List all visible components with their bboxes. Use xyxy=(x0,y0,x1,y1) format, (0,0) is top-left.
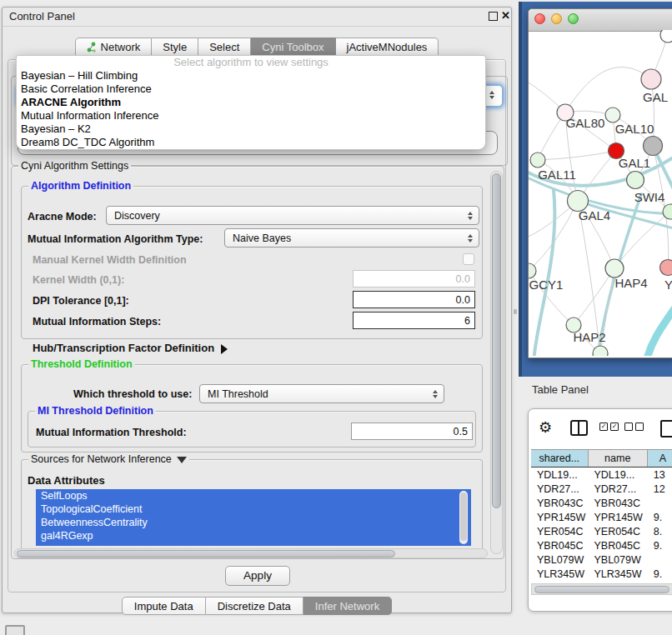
bottom-tab-infer-network[interactable]: Infer Network xyxy=(303,597,392,615)
sources-group-title[interactable]: Sources for Network Inference xyxy=(28,453,189,466)
select-all-checkboxes-icon[interactable]: ✓✓ xyxy=(599,422,619,431)
tab-network[interactable]: Network xyxy=(75,38,153,56)
control-panel-titlebar[interactable]: Control Panel ✕ xyxy=(3,8,511,27)
network-node[interactable] xyxy=(660,30,672,42)
network-node-gcy1[interactable] xyxy=(529,263,536,278)
table-row[interactable]: YPR145WYPR145W9. xyxy=(531,511,672,525)
algorithm-option[interactable]: Bayesian – K2 xyxy=(17,122,485,136)
network-node[interactable] xyxy=(644,137,663,156)
tab-cyni-toolbox[interactable]: Cyni Toolbox xyxy=(251,38,335,56)
table-row[interactable]: YBL079WYBL079W xyxy=(531,553,672,568)
combo-spinner-icon xyxy=(430,390,440,398)
network-node-gal10[interactable] xyxy=(605,108,620,122)
attribute-item[interactable]: BetweennessCentrality xyxy=(36,516,471,529)
column-header-name[interactable]: name xyxy=(589,450,648,467)
table-rows: YDL19...YDL19...13YDR27...YDR27...12YBR0… xyxy=(531,468,672,584)
dpi-tolerance-label: DPI Tolerance [0,1]: xyxy=(33,295,129,307)
table-cell: YLR345W xyxy=(588,568,647,582)
table-row[interactable]: YBR045CYBR045C9. xyxy=(531,539,672,553)
gear-icon[interactable]: ⚙ xyxy=(539,420,552,435)
table-cell: 9. xyxy=(648,568,672,582)
network-node-hap4[interactable] xyxy=(605,259,624,278)
zoom-traffic-light[interactable] xyxy=(568,13,579,24)
combo-spinner-icon xyxy=(465,212,475,220)
function-builder-icon[interactable] xyxy=(660,420,672,438)
table-cell: YBL079W xyxy=(588,553,647,568)
table-cell: YDR27... xyxy=(531,482,588,497)
minimize-traffic-light[interactable] xyxy=(551,13,562,24)
network-node-gal11[interactable] xyxy=(530,152,545,168)
dpi-tolerance-input[interactable]: 0.0 xyxy=(353,291,475,308)
bottom-tab-impute-data[interactable]: Impute Data xyxy=(122,597,206,615)
table-cell: 12 xyxy=(648,482,672,497)
attributes-list-scrollbar[interactable] xyxy=(459,491,468,544)
network-node-label: SWI4 xyxy=(634,190,665,204)
table-cell: YDL19... xyxy=(588,468,647,482)
table-row[interactable]: YDL19...YDL19...13 xyxy=(531,468,672,482)
network-node[interactable] xyxy=(593,346,608,356)
panel-splitter-handle[interactable] xyxy=(514,309,517,314)
network-canvas[interactable]: GALGAL80GAL10GAL1GAL11SWI4GAL4GCY1HAP4YH… xyxy=(529,30,672,356)
table-cell: YDL19... xyxy=(531,468,588,482)
algorithm-option[interactable]: Dream8 DC_TDC Algorithm xyxy=(17,136,485,149)
algorithm-option[interactable]: ARACNE Algorithm xyxy=(17,96,485,109)
mi-algorithm-type-select[interactable]: Naive Bayes xyxy=(224,228,479,248)
float-window-icon[interactable] xyxy=(489,12,498,21)
tab-label: jActiveMNodules xyxy=(347,41,428,53)
settings-vertical-scrollbar[interactable] xyxy=(490,171,503,554)
kernel-width-input[interactable]: 0.0 xyxy=(353,270,475,288)
table-row[interactable]: YLR345WYLR345W9. xyxy=(531,568,672,582)
data-attributes-list[interactable]: SelfLoopsTopologicalCoefficientBetweenne… xyxy=(36,489,471,546)
which-threshold-select[interactable]: MI Threshold xyxy=(199,384,444,403)
network-node-swi4[interactable] xyxy=(627,172,644,189)
close-icon[interactable]: ✕ xyxy=(501,9,510,22)
aracne-mode-select[interactable]: Discovery xyxy=(106,206,479,225)
table-horizontal-scrollbar[interactable] xyxy=(531,583,672,595)
tab-style[interactable]: Style xyxy=(152,38,198,56)
network-node-label: GAL80 xyxy=(566,116,605,130)
network-node-gal[interactable] xyxy=(641,69,661,89)
hub-definition-toggle[interactable]: Hub/Transcription Factor Definition xyxy=(33,342,228,354)
attribute-item[interactable]: gal4RGexp xyxy=(36,529,471,542)
table-cell: YBR043C xyxy=(531,497,588,511)
manual-kernel-width-checkbox[interactable] xyxy=(463,253,474,265)
settings-horizontal-scrollbar[interactable] xyxy=(14,548,488,558)
algorithm-option[interactable]: Bayesian – Hill Climbing xyxy=(17,69,485,82)
data-attributes-label: Data Attributes xyxy=(28,474,105,487)
network-window-titlebar[interactable] xyxy=(529,9,672,32)
table-cell xyxy=(648,553,672,568)
table-row[interactable]: YDR27...YDR27...12 xyxy=(531,482,672,497)
columns-icon[interactable] xyxy=(570,420,588,436)
network-node-y[interactable] xyxy=(660,260,672,276)
table-cell: YBR045C xyxy=(588,539,647,553)
attribute-item[interactable]: SelfLoops xyxy=(36,489,471,502)
network-node-label: GAL1 xyxy=(619,156,650,170)
mi-steps-label: Mutual Information Steps: xyxy=(33,316,161,328)
collapsed-panel-icon[interactable] xyxy=(5,625,25,635)
mi-steps-input[interactable]: 6 xyxy=(353,312,475,329)
bottom-tab-discretize-data[interactable]: Discretize Data xyxy=(206,597,303,615)
network-node-label: GAL10 xyxy=(615,122,654,136)
network-node-label: HAP2 xyxy=(573,330,605,344)
algorithm-option[interactable]: Mutual Information Inference xyxy=(17,109,485,122)
tab-label: Network xyxy=(101,41,141,53)
mi-threshold-input[interactable]: 0.5 xyxy=(351,422,473,440)
column-header-shared...[interactable]: shared... xyxy=(531,450,589,467)
deselect-all-checkboxes-icon[interactable] xyxy=(624,422,644,431)
attribute-item[interactable]: TopologicalCoefficient xyxy=(36,502,471,516)
table-row[interactable]: YBR043CYBR043C xyxy=(531,497,672,511)
tab-label: Style xyxy=(163,41,187,53)
tab-jactivemnodules[interactable]: jActiveMNodules xyxy=(336,38,439,56)
network-node-label: GCY1 xyxy=(529,278,564,292)
table-cell: YDR27... xyxy=(588,482,647,497)
algorithm-option[interactable]: Basic Correlation Inference xyxy=(17,82,485,96)
apply-button[interactable]: Apply xyxy=(225,566,290,586)
table-row[interactable]: YER054CYER054C8. xyxy=(531,525,672,539)
tab-select[interactable]: Select xyxy=(198,38,251,56)
column-header-A[interactable]: A xyxy=(648,450,672,467)
network-node-label: GAL11 xyxy=(538,168,576,182)
table-cell: 9. xyxy=(648,539,672,553)
network-node-label: Y xyxy=(664,278,672,292)
close-traffic-light[interactable] xyxy=(534,13,545,24)
table-cell: YBR045C xyxy=(531,539,588,553)
